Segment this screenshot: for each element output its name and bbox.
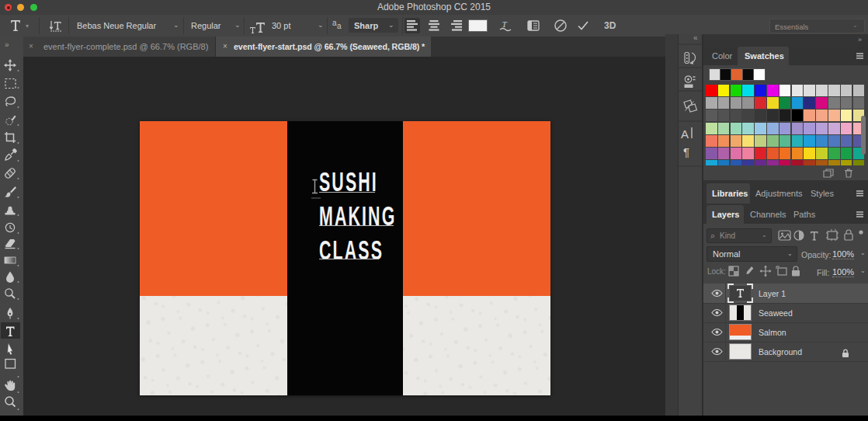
svg-text:¶: ¶ (683, 145, 689, 158)
svg-text:T: T (502, 19, 508, 29)
svg-text:A: A (681, 127, 689, 141)
